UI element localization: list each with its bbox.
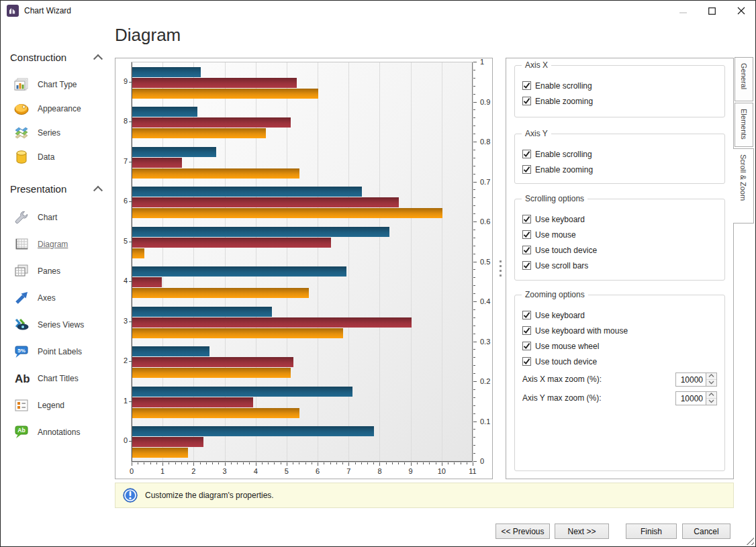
annotations-icon: Ab [13, 424, 30, 440]
secondary-minor-tick [473, 86, 475, 87]
series-views-icon [13, 317, 30, 333]
value-minor-tick [243, 462, 244, 464]
checkbox-label: Use keyboard [535, 215, 585, 224]
bar-series-1-cat-9 [132, 67, 201, 77]
checkbox-enable-scrolling[interactable] [522, 81, 531, 90]
previous-button[interactable]: << Previous [495, 524, 550, 539]
spinner-row-axis-y-max-zoom: Axis Y max zoom (%):10000 [515, 389, 724, 407]
group-axis-x: Axis XEnable scrollingEnable zooming [514, 65, 725, 117]
checkbox-use-keyboard-with-mouse[interactable] [522, 326, 531, 335]
checkbox-use-touch-device[interactable] [522, 357, 531, 366]
value-minor-tick [274, 462, 275, 464]
sidebar-item-point-labels[interactable]: 5%Point Labels [10, 338, 112, 365]
tab-general[interactable]: General [735, 57, 753, 101]
sidebar-item-series-views[interactable]: Series Views [10, 311, 112, 338]
panes-icon [13, 263, 30, 279]
checkbox-use-scroll-bars[interactable] [522, 261, 531, 270]
section-header-construction[interactable]: Construction [10, 49, 107, 65]
secondary-tick [473, 461, 477, 462]
value-minor-tick [312, 462, 312, 464]
bar-series-1-cat-8 [132, 107, 197, 117]
checkbox-row-enable-scrolling: Enable scrolling [515, 146, 724, 162]
secondary-tick [473, 301, 477, 302]
bar-series-2-cat-4 [132, 277, 162, 287]
sidebar-item-diagram[interactable]: Diagram [10, 231, 112, 258]
sidebar-item-label: Panes [38, 266, 60, 276]
chart-titles-icon: Ab [13, 370, 30, 387]
chart-wizard-window: Chart Wizard ConstructionChart TypeAppea… [0, 0, 756, 547]
section-header-presentation[interactable]: Presentation [10, 181, 107, 197]
next-button[interactable]: Next >> [555, 524, 609, 539]
secondary-minor-tick [473, 285, 475, 286]
secondary-axis-label: 0.3 [480, 338, 490, 346]
tab-scroll-zoom[interactable]: Scroll & Zoom [733, 148, 754, 223]
minimize-button [669, 1, 698, 21]
value-minor-tick [417, 462, 418, 464]
sidebar-item-series[interactable]: Series [10, 121, 112, 145]
sidebar-item-data[interactable]: Data [10, 145, 112, 169]
secondary-tick [473, 342, 477, 342]
secondary-minor-tick [473, 117, 475, 118]
sidebar-item-legend[interactable]: Legend [10, 392, 112, 419]
splitter-handle[interactable] [497, 58, 504, 479]
value-axis-label: 10 [435, 467, 448, 475]
spin-up-button[interactable] [706, 392, 716, 398]
sidebar-item-label: Series Views [38, 320, 84, 330]
sidebar: ConstructionChart TypeAppearanceSeriesDa… [1, 21, 113, 546]
value-minor-tick [386, 462, 387, 464]
resize-grip[interactable] [745, 536, 754, 545]
sidebar-item-panes[interactable]: Panes [10, 258, 112, 285]
checkbox-use-touch-device[interactable] [522, 246, 531, 254]
checkbox-use-keyboard[interactable] [522, 215, 531, 223]
bar-series-1-cat-0 [132, 426, 374, 436]
category-tick [129, 441, 132, 442]
sidebar-item-annotations[interactable]: AbAnnotations [10, 419, 112, 446]
spin-value[interactable]: 10000 [676, 392, 706, 405]
sidebar-item-chart-type[interactable]: Chart Type [10, 72, 112, 97]
checkbox-label: Use touch device [535, 246, 597, 255]
checkbox-use-mouse-wheel[interactable] [522, 342, 531, 350]
bar-series-2-cat-2 [132, 357, 293, 367]
spin-down-button[interactable] [706, 379, 716, 386]
sidebar-item-label: Appearance [38, 104, 81, 113]
secondary-tick [473, 102, 477, 103]
checkbox-use-mouse[interactable] [522, 230, 531, 239]
sidebar-item-axes[interactable]: Axes [10, 285, 112, 311]
checkbox-row-use-touch-device: Use touch device [515, 242, 724, 258]
maximize-button[interactable] [698, 1, 726, 21]
secondary-tick [473, 381, 477, 382]
secondary-axis-label: 0.6 [480, 217, 490, 226]
finish-button[interactable]: Finish [626, 524, 677, 539]
checkbox-enable-scrolling[interactable] [522, 150, 531, 158]
sidebar-item-appearance[interactable]: Appearance [10, 97, 112, 121]
value-tick [348, 462, 349, 466]
spin-up-button[interactable] [706, 373, 716, 379]
tab-elements[interactable]: Elements [735, 103, 753, 147]
cancel-button[interactable]: Cancel [682, 524, 730, 539]
sidebar-item-label: Point Labels [38, 347, 82, 356]
spin-value[interactable]: 10000 [676, 373, 706, 386]
sidebar-item-chart-titles[interactable]: AbChart Titles [10, 365, 112, 392]
value-axis-label: 4 [249, 467, 263, 475]
value-tick [287, 462, 287, 466]
spin-down-button[interactable] [706, 398, 716, 405]
close-button[interactable] [726, 1, 755, 21]
checkbox-enable-zooming[interactable] [522, 165, 531, 174]
checkbox-enable-zooming[interactable] [522, 97, 531, 105]
secondary-axis-label: 0 [480, 457, 484, 465]
sidebar-item-label: Chart [38, 213, 57, 222]
legend-icon [13, 397, 30, 413]
svg-text:Ab: Ab [17, 427, 25, 434]
value-tick [225, 462, 226, 466]
sidebar-item-chart[interactable]: Chart [10, 204, 112, 231]
category-tick [129, 361, 132, 362]
secondary-minor-tick [473, 397, 475, 398]
value-minor-tick [212, 462, 213, 464]
secondary-axis-label: 0.2 [480, 377, 490, 385]
checkbox-use-keyboard[interactable] [522, 311, 531, 319]
checkbox-label: Use touch device [535, 357, 597, 366]
spin-editor-axis-y-max-zoom: 10000 [675, 391, 717, 405]
bar-series-1-cat-5 [132, 227, 389, 237]
secondary-tick [473, 421, 477, 422]
window-controls [669, 1, 755, 21]
